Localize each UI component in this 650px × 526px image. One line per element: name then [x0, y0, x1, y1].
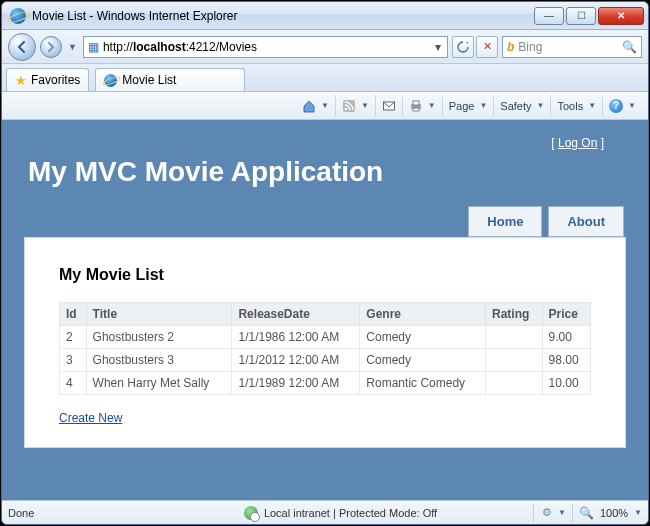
- page-heading: My Movie List: [59, 266, 591, 284]
- url-prefix: http://: [103, 40, 133, 54]
- cell-release: 1/1/1989 12:00 AM: [232, 372, 360, 395]
- protected-mode-icon[interactable]: ⚙: [542, 506, 552, 519]
- stop-button[interactable]: ✕: [476, 36, 498, 58]
- tab-favicon: [104, 74, 117, 87]
- window-title: Movie List - Windows Internet Explorer: [32, 9, 237, 23]
- status-bar: Done Local intranet | Protected Mode: Of…: [2, 500, 648, 524]
- home-button[interactable]: ▼: [296, 95, 335, 117]
- col-genre: Genre: [360, 303, 486, 326]
- url-path: :4212/Movies: [186, 40, 257, 54]
- table-row: 3Ghostbusters 31/1/2012 12:00 AMComedy98…: [60, 349, 591, 372]
- browser-window: Movie List - Windows Internet Explorer —…: [1, 1, 649, 525]
- ie-icon: [10, 8, 26, 24]
- logon-area: [ Log On ]: [24, 136, 626, 150]
- zoom-dropdown[interactable]: ▼: [634, 508, 642, 517]
- print-button[interactable]: ▼: [402, 95, 442, 117]
- create-new-link[interactable]: Create New: [59, 411, 122, 425]
- search-box[interactable]: b Bing 🔍: [502, 36, 642, 58]
- cell-genre: Romantic Comedy: [360, 372, 486, 395]
- tab-movie-list[interactable]: Movie List: [95, 68, 245, 91]
- tab-row: ★ Favorites Movie List: [2, 64, 648, 92]
- col-price: Price: [542, 303, 590, 326]
- site-nav: Home About: [24, 206, 626, 237]
- cell-title: Ghostbusters 2: [86, 326, 232, 349]
- site: [ Log On ] My MVC Movie Application Home…: [14, 120, 636, 448]
- col-id: Id: [60, 303, 87, 326]
- safety-menu[interactable]: Safety▼: [493, 95, 550, 117]
- back-button[interactable]: [8, 33, 36, 61]
- page-viewport: [ Log On ] My MVC Movie Application Home…: [2, 120, 648, 500]
- favorites-button[interactable]: ★ Favorites: [6, 68, 89, 91]
- tab-label: Movie List: [122, 73, 176, 87]
- status-text: Done: [8, 507, 148, 519]
- readmail-button[interactable]: [375, 95, 402, 117]
- svg-point-1: [345, 107, 348, 110]
- cell-release: 1/1/1986 12:00 AM: [232, 326, 360, 349]
- cell-rating: [485, 349, 542, 372]
- bing-icon: b: [507, 40, 514, 54]
- movies-table: Id Title ReleaseDate Genre Rating Price …: [59, 302, 591, 395]
- col-title: Title: [86, 303, 232, 326]
- zoom-text: 100%: [600, 507, 628, 519]
- page-menu[interactable]: Page▼: [442, 95, 494, 117]
- cell-price: 9.00: [542, 326, 590, 349]
- table-header-row: Id Title ReleaseDate Genre Rating Price: [60, 303, 591, 326]
- zone-text: Local intranet | Protected Mode: Off: [264, 507, 437, 519]
- minimize-button[interactable]: —: [534, 7, 564, 25]
- titlebar: Movie List - Windows Internet Explorer —…: [2, 2, 648, 30]
- cell-price: 98.00: [542, 349, 590, 372]
- app-title: My MVC Movie Application: [28, 156, 622, 188]
- nav-home[interactable]: Home: [468, 206, 542, 237]
- safety-menu-label: Safety: [500, 100, 531, 112]
- star-icon: ★: [15, 73, 27, 88]
- refresh-button[interactable]: [452, 36, 474, 58]
- address-bar[interactable]: ▦ http://localhost:4212/Movies ▾: [83, 36, 448, 58]
- tools-menu[interactable]: Tools▼: [550, 95, 602, 117]
- close-button[interactable]: ✕: [598, 7, 644, 25]
- url-host: localhost: [133, 40, 186, 54]
- search-icon[interactable]: 🔍: [622, 40, 637, 54]
- window-buttons: — ☐ ✕: [532, 7, 644, 25]
- url-text: http://localhost:4212/Movies: [103, 40, 427, 54]
- cell-price: 10.00: [542, 372, 590, 395]
- address-bar-row: ▼ ▦ http://localhost:4212/Movies ▾ ✕ b B…: [2, 30, 648, 64]
- cell-id: 2: [60, 326, 87, 349]
- svg-rect-5: [413, 108, 419, 111]
- table-row: 2Ghostbusters 21/1/1986 12:00 AMComedy9.…: [60, 326, 591, 349]
- cell-rating: [485, 326, 542, 349]
- cell-release: 1/1/2012 12:00 AM: [232, 349, 360, 372]
- command-bar: ▼ ▼ ▼ Page▼ Safety▼ Tools▼ ?▼: [2, 92, 648, 120]
- cell-genre: Comedy: [360, 326, 486, 349]
- cell-rating: [485, 372, 542, 395]
- page-menu-label: Page: [449, 100, 475, 112]
- nav-about[interactable]: About: [548, 206, 624, 237]
- maximize-button[interactable]: ☐: [566, 7, 596, 25]
- help-menu[interactable]: ?▼: [602, 95, 642, 117]
- zone-icon: [244, 506, 258, 520]
- col-release: ReleaseDate: [232, 303, 360, 326]
- search-provider: Bing: [518, 40, 542, 54]
- favorites-label: Favorites: [31, 73, 80, 87]
- cell-genre: Comedy: [360, 349, 486, 372]
- table-row: 4When Harry Met Sally1/1/1989 12:00 AMRo…: [60, 372, 591, 395]
- url-dropdown-icon[interactable]: ▾: [431, 40, 445, 54]
- cell-title: Ghostbusters 3: [86, 349, 232, 372]
- help-icon: ?: [609, 99, 623, 113]
- content-panel: My Movie List Id Title ReleaseDate Genre…: [24, 237, 626, 448]
- page-icon: ▦: [88, 40, 99, 54]
- tools-menu-label: Tools: [557, 100, 583, 112]
- logon-link[interactable]: Log On: [558, 136, 597, 150]
- svg-rect-4: [413, 101, 419, 105]
- forward-button[interactable]: [40, 36, 62, 58]
- feeds-button[interactable]: ▼: [335, 95, 375, 117]
- nav-history-dropdown[interactable]: ▼: [68, 42, 77, 52]
- col-rating: Rating: [485, 303, 542, 326]
- cell-id: 4: [60, 372, 87, 395]
- cell-title: When Harry Met Sally: [86, 372, 232, 395]
- cell-id: 3: [60, 349, 87, 372]
- svg-rect-0: [343, 100, 355, 112]
- zoom-icon[interactable]: 🔍: [579, 506, 594, 520]
